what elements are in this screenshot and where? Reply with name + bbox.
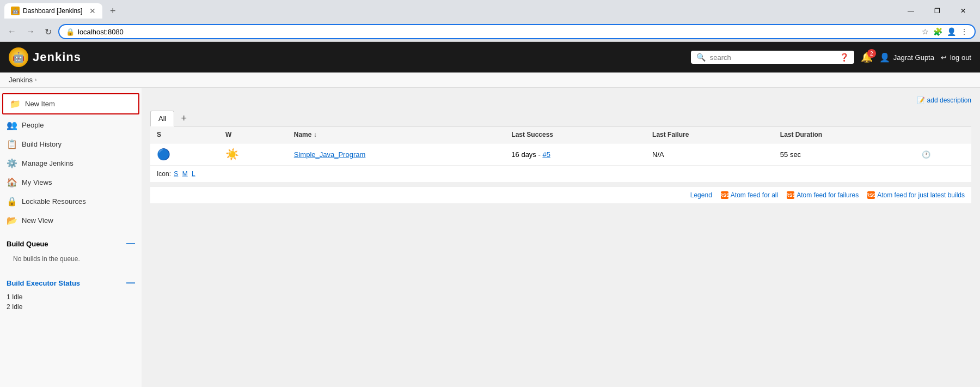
build-queue-section: Build Queue — No builds in the queue.	[0, 234, 142, 269]
job-link[interactable]: Simple_Java_Program	[294, 150, 366, 159]
last-failure-cell: N/A	[646, 143, 774, 166]
build-executor-collapse[interactable]: —	[126, 278, 135, 288]
search-input[interactable]	[710, 53, 835, 62]
col-header-w: W	[219, 126, 287, 143]
active-tab[interactable]: 🤖 Dashboard [Jenkins] ✕	[4, 3, 102, 19]
new-tab-button[interactable]: +	[107, 5, 119, 17]
logout-icon: ↩	[941, 53, 947, 62]
main-layout: 📁 New Item 👥 People 📋 Build History ⚙️ M…	[0, 88, 980, 387]
icon-size-s[interactable]: S	[174, 170, 178, 178]
rss-icon-latest: RSS	[867, 191, 875, 199]
weather-cell: ☀️	[219, 143, 287, 166]
sidebar-item-people[interactable]: 👥 People	[0, 116, 142, 135]
forward-button[interactable]: →	[23, 25, 38, 39]
extension-icon[interactable]: 🧩	[933, 27, 942, 36]
legend-link[interactable]: Legend	[690, 191, 712, 199]
jenkins-logo-icon: 🤖	[9, 47, 28, 67]
detail-icon[interactable]: 🕐	[922, 150, 930, 159]
sidebar-item-manage-jenkins[interactable]: ⚙️ Manage Jenkins	[0, 154, 142, 173]
col-header-name[interactable]: Name ↓	[287, 126, 505, 143]
content-header: 📝 add description	[150, 96, 971, 104]
sidebar-item-new-item[interactable]: 📁 New Item	[2, 93, 139, 114]
atom-feed-failures-link[interactable]: RSS Atom feed for failures	[787, 191, 859, 199]
user-icon: 👤	[879, 52, 890, 63]
sidebar-item-lockable-resources[interactable]: 🔒 Lockable Resources	[0, 192, 142, 211]
rss-icon-all: RSS	[721, 191, 728, 199]
sidebar-item-build-history[interactable]: 📋 Build History	[0, 135, 142, 154]
header-actions: 🔔 2 👤 Jagrat Gupta ↩ log out	[861, 51, 971, 63]
jenkins-title: Jenkins	[33, 50, 81, 64]
tab-add-button[interactable]: +	[175, 111, 192, 125]
jenkins-logo[interactable]: 🤖 Jenkins	[9, 47, 81, 67]
rss-icon-failures: RSS	[787, 191, 794, 199]
people-icon: 👥	[7, 120, 17, 130]
tab-all-label: All	[158, 114, 166, 123]
atom-feed-all-link[interactable]: RSS Atom feed for all	[721, 191, 778, 199]
tab-favicon: 🤖	[11, 7, 20, 15]
tab-title: Dashboard [Jenkins]	[23, 7, 82, 15]
search-help-icon[interactable]: ❓	[840, 53, 849, 62]
table-row: 🔵 ☀️ Simple_Java_Program 16 days - #5 N/…	[150, 143, 971, 166]
notification-badge: 2	[867, 49, 876, 58]
atom-feed-latest-label: Atom feed for just latest builds	[877, 191, 965, 199]
my-views-icon: 🏠	[7, 177, 17, 188]
minimize-button[interactable]: —	[898, 3, 923, 19]
search-icon: 🔍	[696, 53, 706, 62]
url-input[interactable]: 🔒 localhost:8080 ☆ 🧩 👤 ⋮	[58, 24, 976, 39]
build-queue-collapse[interactable]: —	[126, 239, 135, 249]
build-executor-section: Build Executor Status — 1 Idle2 Idle	[0, 274, 142, 316]
logout-button[interactable]: ↩ log out	[941, 53, 971, 62]
new-item-icon: 📁	[10, 99, 21, 109]
breadcrumb-jenkins[interactable]: Jenkins	[9, 76, 33, 84]
add-desc-icon: 📝	[917, 96, 925, 104]
executor-row-2: 2 Idle	[7, 302, 135, 312]
sidebar-item-new-view[interactable]: 📂 New View	[0, 211, 142, 230]
username-label: Jagrat Gupta	[893, 53, 934, 62]
icon-size-l[interactable]: L	[192, 170, 195, 178]
action-cell[interactable]: 🕐	[915, 143, 971, 166]
jenkins-header: 🤖 Jenkins 🔍 ❓ 🔔 2 👤 Jagrat Gupta ↩ log o…	[0, 42, 980, 72]
close-button[interactable]: ✕	[951, 3, 976, 19]
lockable-resources-icon: 🔒	[7, 196, 17, 207]
name-cell[interactable]: Simple_Java_Program	[287, 143, 505, 166]
build-executor-header: Build Executor Status —	[7, 278, 135, 288]
notification-button[interactable]: 🔔 2	[861, 51, 873, 63]
build-queue-title: Build Queue	[7, 240, 48, 248]
address-bar: ← → ↻ 🔒 localhost:8080 ☆ 🧩 👤 ⋮	[0, 22, 980, 41]
addressbar-icons: ☆ 🧩 👤 ⋮	[922, 27, 968, 36]
people-label: People	[22, 121, 44, 129]
status-cell: 🔵	[150, 143, 219, 166]
manage-jenkins-label: Manage Jenkins	[22, 159, 74, 167]
add-description-link[interactable]: 📝 add description	[917, 96, 971, 104]
search-box[interactable]: 🔍 ❓	[691, 51, 854, 64]
icon-size-m[interactable]: M	[182, 170, 188, 178]
manage-jenkins-icon: ⚙️	[7, 158, 17, 168]
build-executor-link[interactable]: Build Executor Status	[7, 279, 80, 287]
col-header-last-duration: Last Duration	[774, 126, 915, 143]
breadcrumb: Jenkins ›	[0, 72, 980, 88]
atom-feed-latest-link[interactable]: RSS Atom feed for just latest builds	[867, 191, 965, 199]
url-text: localhost:8080	[78, 28, 918, 36]
build-link[interactable]: #5	[542, 150, 550, 159]
menu-icon[interactable]: ⋮	[960, 27, 968, 36]
account-icon[interactable]: 👤	[947, 27, 956, 36]
new-item-label: New Item	[25, 100, 55, 108]
last-duration-cell: 55 sec	[774, 143, 915, 166]
user-section[interactable]: 👤 Jagrat Gupta	[879, 52, 934, 63]
reload-button[interactable]: ↻	[41, 25, 55, 39]
content-area: 📝 add description All + S W Name ↓ Last …	[142, 88, 980, 387]
lock-icon: 🔒	[66, 28, 75, 36]
sidebar: 📁 New Item 👥 People 📋 Build History ⚙️ M…	[0, 88, 142, 387]
tabs-bar: All +	[150, 111, 971, 126]
icon-size-label: Icon:	[157, 170, 171, 178]
back-button[interactable]: ←	[4, 25, 20, 39]
tab-close-button[interactable]: ✕	[89, 7, 96, 15]
status-icon: 🔵	[157, 148, 212, 161]
maximize-button[interactable]: ❐	[924, 3, 950, 19]
sidebar-item-my-views[interactable]: 🏠 My Views	[0, 173, 142, 192]
star-icon[interactable]: ☆	[922, 27, 929, 36]
executor-row-1: 1 Idle	[7, 292, 135, 302]
new-view-label: New View	[22, 216, 53, 225]
build-history-icon: 📋	[7, 139, 17, 149]
tab-all[interactable]: All	[150, 111, 174, 126]
